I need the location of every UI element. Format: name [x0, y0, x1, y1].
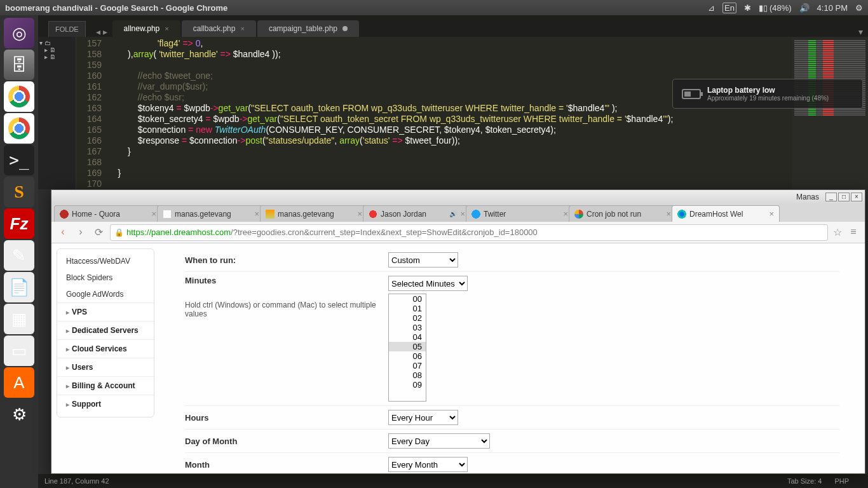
forward-button[interactable]: ›	[74, 226, 87, 239]
chrome-titlebar[interactable]: Manas _ □ ×	[51, 190, 865, 204]
tab-close-icon[interactable]: ×	[563, 209, 568, 219]
editor-tab-label: campaign_table.php	[269, 24, 337, 33]
editor-tab[interactable]: campaign_table.php	[257, 20, 359, 37]
minute-option[interactable]: 02	[389, 313, 426, 323]
chrome-tab[interactable]: Twitter×	[466, 205, 574, 222]
chrome-tab-label: Twitter	[484, 210, 560, 219]
launcher-settings[interactable]: ⚙	[4, 399, 34, 430]
chrome-toolbar: ‹ › ⟳ 🔒 https://panel.dreamhost.com/?tre…	[51, 222, 865, 243]
sidebar-section[interactable]: Support	[57, 395, 154, 413]
chrome-tab[interactable]: DreamHost Wel×	[672, 205, 780, 222]
lock-icon: 🔒	[114, 228, 124, 237]
minute-option[interactable]: 07	[389, 361, 426, 370]
notification-subtitle: Approximately 19 minutes remaining (48%)	[707, 95, 829, 102]
chrome-tab[interactable]: Home - Quora×	[54, 205, 162, 222]
editor-tab[interactable]: callback.php×	[182, 20, 256, 37]
minutes-mode-select[interactable]: Selected Minutes	[388, 276, 468, 291]
chrome-tab-label: Cron job not run	[587, 210, 663, 219]
minute-option[interactable]: 04	[389, 332, 426, 342]
launcher-impress[interactable]: ▭	[4, 336, 34, 366]
minute-option[interactable]: 03	[389, 323, 426, 332]
sidebar-item[interactable]: Google AdWords	[57, 286, 154, 302]
sidebar-item[interactable]: Htaccess/WebDAV	[57, 253, 154, 269]
day-of-month-select[interactable]: Every Day	[388, 433, 490, 449]
code-content[interactable]: 'flag4' => 0, ),array( 'twitter_handle' …	[108, 38, 792, 189]
chrome-menu-button[interactable]: ≡	[847, 226, 860, 239]
chrome-tab[interactable]: manas.getevang×	[260, 205, 368, 222]
clock[interactable]: 4:10 PM	[817, 3, 848, 13]
notification-title: Laptop battery low	[707, 86, 829, 95]
sidebar-section[interactable]: VPS	[57, 302, 154, 321]
battery-notification[interactable]: Laptop battery low Approximately 19 minu…	[672, 79, 863, 109]
address-bar[interactable]: 🔒 https://panel.dreamhost.com/?tree=good…	[110, 224, 828, 241]
minutes-listbox[interactable]: 00010203040506070809	[388, 294, 426, 402]
status-tabsize[interactable]: Tab Size: 4	[787, 477, 822, 485]
launcher-software-center[interactable]: A	[4, 367, 34, 398]
tab-overflow-icon[interactable]: ▾	[853, 27, 868, 37]
volume-icon[interactable]: 🔊	[799, 3, 810, 13]
status-language[interactable]: PHP	[834, 477, 849, 485]
launcher-filezilla[interactable]: Fz	[4, 208, 34, 239]
tab-close-icon[interactable]: ×	[769, 209, 774, 219]
launcher-writer[interactable]: 📄	[4, 272, 34, 302]
month-select[interactable]: Every Month	[388, 457, 468, 472]
launcher-calc[interactable]: ▦	[4, 304, 34, 334]
editor-tab-label: callback.php	[193, 24, 236, 33]
launcher-chrome[interactable]	[4, 81, 34, 112]
tab-close-icon[interactable]: ×	[460, 209, 465, 219]
minute-option[interactable]: 09	[389, 380, 426, 390]
launcher-sublime[interactable]: S	[4, 177, 34, 207]
panel-sidebar: Htaccess/WebDAVBlock SpidersGoogle AdWor…	[51, 243, 159, 473]
chrome-tab-label: Jason Jordan	[381, 210, 446, 219]
keyboard-lang[interactable]: En	[722, 3, 736, 13]
tab-close-icon[interactable]: ×	[357, 209, 362, 219]
folders-panel-label[interactable]: FOLDE	[48, 21, 86, 37]
back-button[interactable]: ‹	[57, 226, 69, 239]
window-minimize-button[interactable]: _	[825, 193, 837, 201]
launcher-chrome-alt[interactable]	[4, 113, 34, 144]
battery-indicator[interactable]: ▮▯ (48%)	[759, 3, 792, 13]
minute-option[interactable]: 01	[389, 304, 426, 313]
bluetooth-icon[interactable]: ✱	[744, 3, 751, 13]
window-title: boomerang chandivali - Google Search - G…	[5, 3, 708, 13]
tab-nav-arrows[interactable]: ◂ ▸	[91, 27, 112, 37]
minimap[interactable]	[792, 37, 868, 189]
tab-close-icon[interactable]: ×	[151, 209, 156, 219]
minute-option[interactable]: 00	[389, 294, 426, 304]
editor-statusbar: Line 187, Column 42 Tab Size: 4 PHP	[38, 474, 868, 488]
sidebar-section[interactable]: Users	[57, 358, 154, 376]
when-to-run-select[interactable]: Custom	[388, 252, 458, 268]
tab-close-icon[interactable]: ×	[254, 209, 259, 219]
bookmark-star-icon[interactable]: ☆	[833, 226, 842, 238]
window-close-button[interactable]: ×	[851, 193, 862, 201]
wifi-icon[interactable]: ⊿	[708, 3, 715, 13]
gear-icon[interactable]: ⚙	[855, 3, 863, 13]
hours-select[interactable]: Every Hour	[388, 410, 458, 425]
sidebar-section[interactable]: Dedicated Servers	[57, 321, 154, 339]
folder-tree[interactable]: ▾ 🗀 ▸ 🗎 ▸ 🗎	[38, 37, 76, 189]
editor-tabbar: FOLDE ◂ ▸ allnew.php×callback.php×campai…	[38, 15, 868, 37]
cron-form: When to run: Custom Minutes Hold ctrl (W…	[159, 243, 865, 473]
minute-option[interactable]: 05	[389, 342, 426, 351]
launcher-files[interactable]: 🗄	[4, 50, 34, 80]
chrome-tab[interactable]: Cron job not run×	[569, 205, 677, 222]
editor-tab[interactable]: allnew.php×	[112, 20, 180, 37]
launcher-text-editor[interactable]: ✎	[4, 240, 34, 271]
sidebar-section[interactable]: Cloud Services	[57, 339, 154, 358]
chrome-tab[interactable]: manas.getevang×	[157, 205, 265, 222]
sidebar-item[interactable]: Block Spiders	[57, 269, 154, 286]
chrome-tab-label: manas.getevang	[278, 210, 354, 219]
launcher-dash[interactable]: ◎	[4, 18, 34, 48]
minute-option[interactable]: 06	[389, 351, 426, 361]
chrome-tab[interactable]: Jason Jordan🔊×	[363, 205, 471, 222]
tab-close-icon[interactable]: ×	[666, 209, 671, 219]
window-maximize-button[interactable]: □	[838, 193, 850, 201]
launcher-terminal[interactable]: >_	[4, 145, 34, 175]
minutes-label: Minutes	[185, 276, 388, 285]
tab-close-icon[interactable]: ×	[165, 25, 168, 32]
reload-button[interactable]: ⟳	[92, 226, 105, 239]
tab-close-icon[interactable]: ×	[240, 25, 244, 32]
minute-option[interactable]: 08	[389, 370, 426, 380]
sidebar-section[interactable]: Billing & Account	[57, 376, 154, 395]
favicon-icon	[266, 210, 275, 219]
